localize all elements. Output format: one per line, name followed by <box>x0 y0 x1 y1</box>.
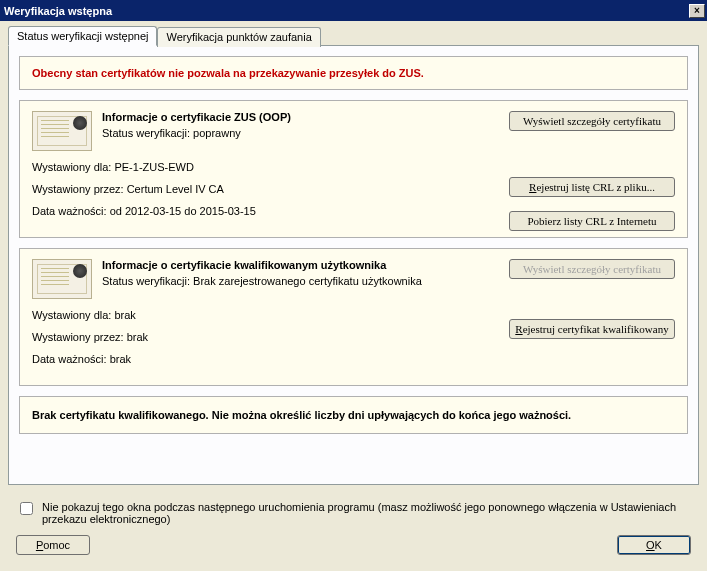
close-icon: × <box>694 5 700 16</box>
show-user-cert-details-label: Wyświetl szczegóły certyfikatu <box>523 263 661 275</box>
certificate-icon <box>32 111 92 151</box>
title-bar: Weryfikacja wstępna × <box>0 0 707 21</box>
register-crl-file-button[interactable]: Rejestruj listę CRL z pliku... <box>509 177 675 197</box>
download-crl-internet-button[interactable]: Pobierz listy CRL z Internetu <box>509 211 675 231</box>
register-qualified-cert-label: ejestruj certyfikat kwalifikowany <box>523 323 669 335</box>
certificate-icon <box>32 259 92 299</box>
cert-user-status: Status weryfikacji: Brak zarejestrowaneg… <box>102 275 422 287</box>
cert-user-box: Wyświetl szczegóły certyfikatu Rejestruj… <box>19 248 688 386</box>
show-cert-details-label: Wyświetl szczegóły certyfikatu <box>523 115 661 127</box>
cert-zus-box: Wyświetl szczegóły certyfikatu Rejestruj… <box>19 100 688 238</box>
cert-user-validity: Data ważności: brak <box>32 353 675 365</box>
ok-button-label: K <box>655 539 662 551</box>
help-button-label: omoc <box>43 539 70 551</box>
register-qualified-cert-button[interactable]: Rejestruj certyfikat kwalifikowany <box>509 319 675 339</box>
tab-status-label: Status weryfikacji wstępnej <box>17 30 148 42</box>
summary-text: Brak certyfikatu kwalifikowanego. Nie mo… <box>32 409 571 421</box>
tab-content: Obecny stan certyfikatów nie pozwala na … <box>8 45 699 485</box>
cert-user-status-label: Status weryfikacji: <box>102 275 190 287</box>
cert-user-buttons: Wyświetl szczegóły certyfikatu Rejestruj… <box>509 259 675 339</box>
dont-show-label: Nie pokazuj tego okna podczas następnego… <box>42 501 691 525</box>
footer: Nie pokazuj tego okna podczas następnego… <box>8 485 699 559</box>
tab-trust-points[interactable]: Weryfikacja punktów zaufania <box>157 27 320 47</box>
summary-box: Brak certyfikatu kwalifikowanego. Nie mo… <box>19 396 688 434</box>
show-cert-details-button[interactable]: Wyświetl szczegóły certyfikatu <box>509 111 675 131</box>
warning-box: Obecny stan certyfikatów nie pozwala na … <box>19 56 688 90</box>
cert-user-title: Informacje o certyfikacie kwalifikowanym… <box>102 259 422 271</box>
help-button[interactable]: Pomoc <box>16 535 90 555</box>
cert-user-status-value: Brak zarejestrowanego certyfikatu użytko… <box>193 275 422 287</box>
dont-show-row: Nie pokazuj tego okna podczas następnego… <box>16 501 691 525</box>
tab-status[interactable]: Status weryfikacji wstępnej <box>8 26 157 46</box>
cert-zus-status-value: poprawny <box>193 127 241 139</box>
tab-strip: Status weryfikacji wstępnej Weryfikacja … <box>8 26 699 46</box>
cert-zus-status: Status weryfikacji: poprawny <box>102 127 291 139</box>
seal-icon <box>73 264 87 278</box>
dialog-button-row: Pomoc OK <box>12 535 695 555</box>
tab-trust-points-label: Weryfikacja punktów zaufania <box>166 31 311 43</box>
dialog-body: Status weryfikacji wstępnej Weryfikacja … <box>0 21 707 567</box>
cert-zus-buttons: Wyświetl szczegóły certyfikatu Rejestruj… <box>509 111 675 231</box>
cert-zus-title: Informacje o certyfikacie ZUS (OOP) <box>102 111 291 123</box>
seal-icon <box>73 116 87 130</box>
window-title: Weryfikacja wstępna <box>4 5 112 17</box>
warning-text: Obecny stan certyfikatów nie pozwala na … <box>32 67 424 79</box>
close-button[interactable]: × <box>689 4 705 18</box>
cert-zus-status-label: Status weryfikacji: <box>102 127 190 139</box>
register-crl-file-label: ejestruj listę CRL z pliku... <box>536 181 654 193</box>
ok-button[interactable]: OK <box>617 535 691 555</box>
dont-show-checkbox[interactable] <box>20 502 33 515</box>
download-crl-internet-label: Pobierz listy CRL z Internetu <box>527 215 656 227</box>
show-user-cert-details-button: Wyświetl szczegóły certyfikatu <box>509 259 675 279</box>
